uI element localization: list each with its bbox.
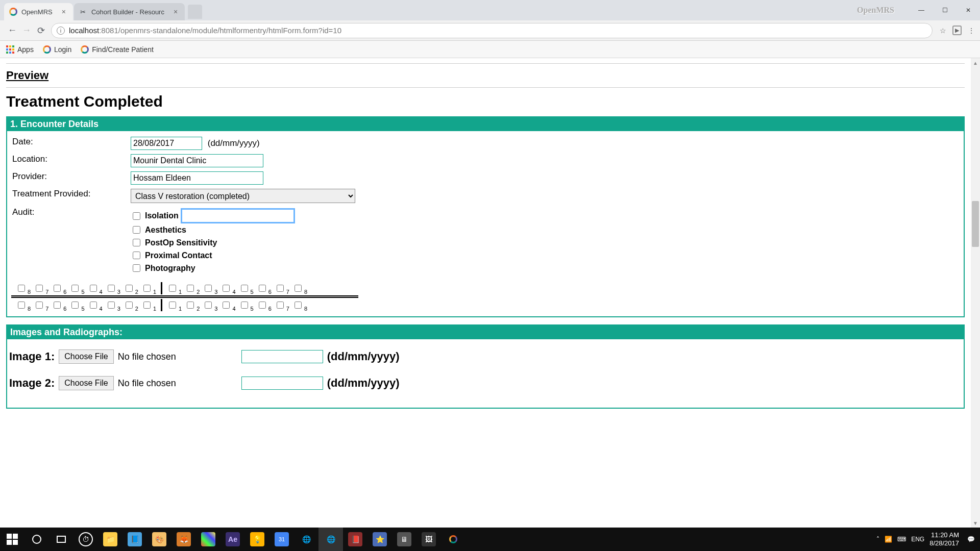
tooth-6-checkbox[interactable] <box>259 302 266 309</box>
tooth-1-checkbox[interactable] <box>143 302 151 309</box>
forward-button[interactable]: → <box>19 23 34 38</box>
tooth-7-checkbox[interactable] <box>36 285 43 292</box>
tooth-4-checkbox[interactable] <box>90 285 97 292</box>
tooth-8-checkbox[interactable] <box>295 302 302 309</box>
taskbar-app[interactable] <box>441 528 465 551</box>
tab-cohort-builder[interactable]: ✂ Cohort Builder - Resourc × <box>74 3 185 20</box>
cortana-button[interactable] <box>24 528 49 551</box>
taskbar-app[interactable] <box>196 528 220 551</box>
tooth-7-checkbox[interactable] <box>277 302 284 309</box>
back-button[interactable]: ← <box>5 23 19 38</box>
date-input[interactable] <box>131 137 202 150</box>
tooth-checkbox: 8 <box>16 300 31 310</box>
site-info-icon[interactable]: i <box>57 27 65 35</box>
image-1-date-input[interactable] <box>241 350 323 363</box>
tooth-8-checkbox[interactable] <box>295 285 302 292</box>
treatment-select[interactable]: Class V restoration (completed) <box>131 189 355 203</box>
address-bar[interactable]: i localhost:8081/openmrs-standalone/modu… <box>51 23 933 38</box>
tooth-7-checkbox[interactable] <box>36 302 43 309</box>
taskbar-app[interactable]: 🎨 <box>147 528 172 551</box>
taskbar-app[interactable]: 🖥 <box>392 528 416 551</box>
choose-file-button[interactable]: Choose File <box>59 376 113 390</box>
postop-checkbox[interactable] <box>133 239 140 246</box>
tooth-5-checkbox[interactable] <box>71 285 79 292</box>
tooth-1-checkbox[interactable] <box>143 285 151 292</box>
taskbar-app[interactable]: 📁 <box>98 528 122 551</box>
isolation-input[interactable] <box>182 209 294 222</box>
new-tab-button[interactable] <box>188 5 202 19</box>
tooth-8-checkbox[interactable] <box>18 285 25 292</box>
tooth-2-checkbox[interactable] <box>187 302 194 309</box>
tab-openmrs[interactable]: OpenMRS × <box>4 3 73 20</box>
aesthetics-checkbox[interactable] <box>133 226 140 234</box>
tooth-7-checkbox[interactable] <box>277 285 284 292</box>
tooth-3-checkbox[interactable] <box>205 302 212 309</box>
taskbar-app[interactable]: ⏱ <box>74 528 98 551</box>
choose-file-button[interactable]: Choose File <box>59 349 113 364</box>
location-input[interactable] <box>131 154 263 167</box>
tooth-6-checkbox[interactable] <box>54 302 61 309</box>
vertical-scrollbar[interactable]: ▲ ▼ <box>971 58 980 528</box>
photography-checkbox[interactable] <box>133 264 140 272</box>
scroll-up-icon[interactable]: ▲ <box>971 58 980 67</box>
tooth-checkbox: 7 <box>275 283 289 293</box>
taskbar-app[interactable]: Ae <box>220 528 245 551</box>
tooth-2-checkbox[interactable] <box>126 302 133 309</box>
apps-button[interactable]: Apps <box>6 45 34 54</box>
proximal-checkbox[interactable] <box>133 252 140 259</box>
close-icon[interactable]: × <box>62 8 66 16</box>
bookmark-find-patient[interactable]: Find/Create Patient <box>81 45 154 54</box>
taskbar-app[interactable]: 🖼 <box>416 528 441 551</box>
tooth-1-checkbox[interactable] <box>169 302 176 309</box>
task-view-button[interactable] <box>49 528 74 551</box>
reload-button[interactable]: ⟳ <box>34 23 48 38</box>
close-icon[interactable]: × <box>174 8 178 16</box>
tooth-3-checkbox[interactable] <box>205 285 212 292</box>
star-icon[interactable]: ☆ <box>940 27 946 35</box>
image-2-date-input[interactable] <box>241 377 323 390</box>
scroll-thumb[interactable] <box>972 201 979 247</box>
taskbar-app[interactable]: 💡 <box>245 528 270 551</box>
wifi-icon[interactable]: 📶 <box>885 536 892 543</box>
taskbar-app[interactable]: ⭐ <box>368 528 392 551</box>
keyboard-icon[interactable]: ⌨ <box>897 536 906 543</box>
notifications-icon[interactable]: 💬 <box>967 536 975 543</box>
tooth-4-checkbox[interactable] <box>223 302 230 309</box>
taskbar-app[interactable]: 🌐 <box>294 528 318 551</box>
chevron-up-icon[interactable]: ˄ <box>876 536 879 543</box>
start-button[interactable] <box>0 528 24 551</box>
tooth-number: 3 <box>214 306 217 312</box>
close-window-button[interactable]: ✕ <box>957 3 980 18</box>
present-icon[interactable]: ▶ <box>952 26 962 35</box>
taskbar-app[interactable]: 🦊 <box>172 528 196 551</box>
taskbar-app-active[interactable]: 🌐 <box>318 528 343 551</box>
language-indicator[interactable]: ENG <box>911 536 924 543</box>
scroll-down-icon[interactable]: ▼ <box>971 518 980 528</box>
tooth-5-checkbox[interactable] <box>241 285 248 292</box>
tooth-5-checkbox[interactable] <box>241 302 248 309</box>
system-tray[interactable]: ˄ 📶 ⌨ ENG 11:20 AM 8/28/2017 💬 <box>871 531 980 547</box>
menu-icon[interactable]: ⋮ <box>968 27 975 35</box>
bookmark-login[interactable]: Login <box>43 45 71 54</box>
tooth-1-checkbox[interactable] <box>169 285 176 292</box>
preview-link[interactable]: Preview <box>6 69 48 82</box>
minimize-button[interactable]: — <box>910 3 933 18</box>
clock[interactable]: 11:20 AM 8/28/2017 <box>929 531 962 547</box>
tooth-4-checkbox[interactable] <box>223 285 230 292</box>
isolation-checkbox[interactable] <box>133 212 140 220</box>
taskbar-app[interactable]: 31 <box>270 528 294 551</box>
tooth-3-checkbox[interactable] <box>108 285 115 292</box>
tooth-4-checkbox[interactable] <box>90 302 97 309</box>
tooth-5-checkbox[interactable] <box>71 302 79 309</box>
provider-input[interactable] <box>131 171 263 185</box>
taskbar-app[interactable]: 📕 <box>343 528 368 551</box>
taskbar-app[interactable]: 📘 <box>122 528 147 551</box>
tooth-8-checkbox[interactable] <box>18 302 25 309</box>
tooth-2-checkbox[interactable] <box>126 285 133 292</box>
bookmark-label: Find/Create Patient <box>92 45 154 54</box>
tooth-2-checkbox[interactable] <box>187 285 194 292</box>
tooth-6-checkbox[interactable] <box>259 285 266 292</box>
tooth-6-checkbox[interactable] <box>54 285 61 292</box>
maximize-button[interactable]: ☐ <box>933 3 957 18</box>
tooth-3-checkbox[interactable] <box>108 302 115 309</box>
